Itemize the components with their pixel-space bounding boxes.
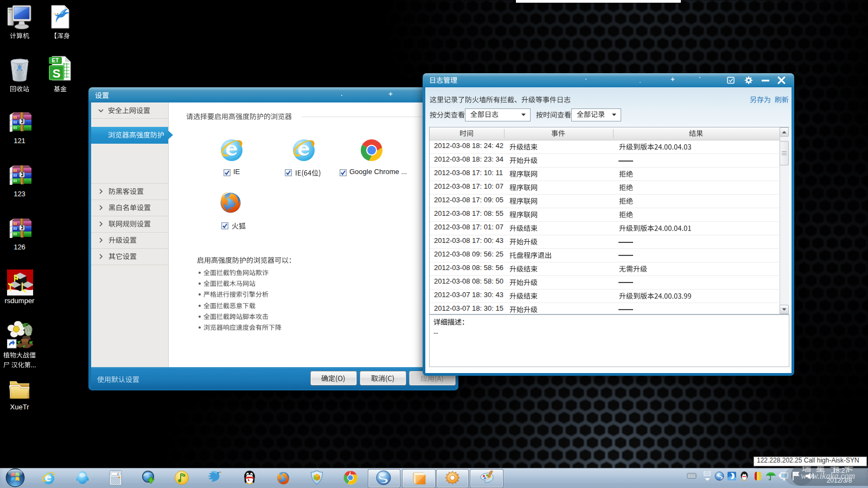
svg-text:S: S bbox=[53, 67, 61, 80]
svg-text:0: 0 bbox=[117, 472, 119, 476]
svg-text:ET: ET bbox=[52, 57, 59, 63]
